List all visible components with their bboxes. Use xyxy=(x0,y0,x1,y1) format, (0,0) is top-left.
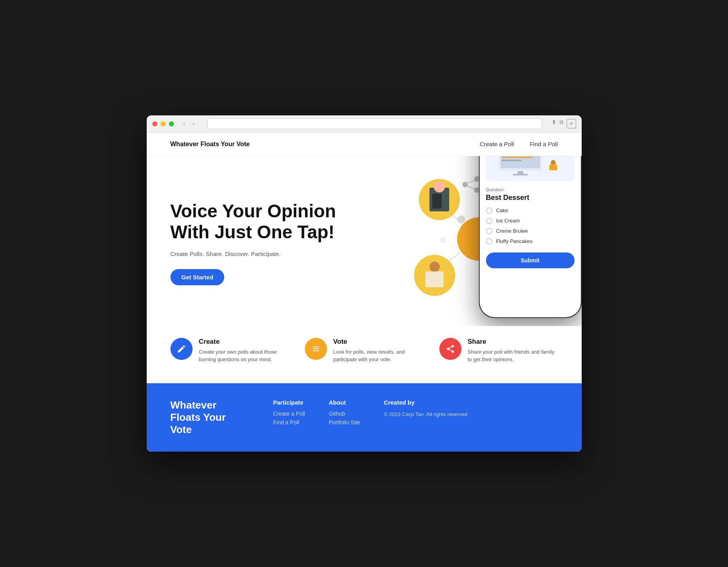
phone-body: Question: Best Dessert Cake Ice Cream xyxy=(480,156,581,317)
svg-point-15 xyxy=(434,181,445,192)
svg-point-28 xyxy=(462,182,468,187)
footer-github-link[interactable]: Github xyxy=(329,411,360,417)
svg-rect-16 xyxy=(432,194,442,209)
forward-button[interactable]: › xyxy=(190,120,198,128)
feature-share-desc: Share your poll with friends and family … xyxy=(468,348,558,364)
footer-brand: Whatever Floats Your Vote xyxy=(170,399,250,436)
share-icon[interactable]: ⬆ xyxy=(552,119,556,128)
phone-frame: Whatever FloatsYour Vote xyxy=(479,156,582,318)
poll-option-text-fluffy-pancakes: Fluffy Pancakes xyxy=(496,238,533,244)
phone-poll-title: Best Dessert xyxy=(486,194,575,202)
poll-radio-ice-cream[interactable] xyxy=(486,218,492,224)
feature-share-text: Share Share your poll with friends and f… xyxy=(468,338,558,364)
feature-vote-desc: Look for polls, view results, and partic… xyxy=(333,348,424,364)
footer-participate-column: Participate Create a Poll Find a Poll xyxy=(273,399,305,436)
footer-created-by-column: Created by © 2023 Caryl Tan. All rights … xyxy=(384,399,467,436)
svg-line-31 xyxy=(467,181,475,183)
svg-line-32 xyxy=(467,186,475,189)
site-navbar: Whatever Floats Your Vote Create a Poll … xyxy=(147,133,582,156)
feature-vote-text: Vote Look for polls, view results, and p… xyxy=(333,338,424,364)
feature-share: Share Share your poll with friends and f… xyxy=(439,338,558,364)
footer-create-poll-link[interactable]: Create a Poll xyxy=(273,411,305,417)
new-tab-button[interactable]: + xyxy=(567,119,576,128)
footer-created-by-heading: Created by xyxy=(384,399,467,406)
poll-radio-cake[interactable] xyxy=(486,207,492,214)
svg-point-45 xyxy=(551,160,556,165)
minimize-button[interactable] xyxy=(161,121,166,126)
poll-option-text-creme-brulee: Creme Brulee xyxy=(496,228,528,234)
feature-vote-title: Vote xyxy=(333,338,424,346)
feature-create-title: Create xyxy=(199,338,289,346)
footer-about-heading: About xyxy=(329,399,360,406)
nav-create-poll[interactable]: Create a Poll xyxy=(480,141,514,147)
site-footer: Whatever Floats Your Vote Participate Cr… xyxy=(147,383,582,452)
feature-create-desc: Create your own polls about those burnin… xyxy=(199,348,289,364)
poll-option-text-ice-cream: Ice Cream xyxy=(496,218,520,224)
phone-poll-question-label: Question: xyxy=(486,187,575,192)
svg-rect-24 xyxy=(425,271,444,287)
feature-create: Create Create your own polls about those… xyxy=(170,338,289,364)
titlebar: ‹ › ⬆ ⧉ + xyxy=(147,115,582,133)
hero-subtitle: Create Polls. Share. Discover. Participa… xyxy=(170,251,364,257)
poll-option-fluffy-pancakes[interactable]: Fluffy Pancakes xyxy=(486,238,575,245)
nav-find-poll[interactable]: Find a Poll xyxy=(530,141,558,147)
maximize-button[interactable] xyxy=(169,121,174,126)
phone-illustration-svg xyxy=(491,156,570,179)
features-section: Create Create your own polls about those… xyxy=(147,326,582,383)
poll-option-creme-brulee[interactable]: Creme Brulee xyxy=(486,228,575,234)
site-nav-links: Create a Poll Find a Poll xyxy=(480,141,558,147)
svg-text:⚙: ⚙ xyxy=(439,236,446,245)
hero-left: Voice Your Opinion With Just One Tap! Cr… xyxy=(170,201,364,285)
footer-portfolio-link[interactable]: Portfolio Site xyxy=(329,419,360,426)
svg-rect-37 xyxy=(502,156,533,158)
tabs-icon[interactable]: ⧉ xyxy=(560,119,563,128)
poll-option-cake[interactable]: Cake xyxy=(486,207,575,214)
poll-option-text-cake: Cake xyxy=(496,207,508,213)
svg-rect-46 xyxy=(549,165,557,170)
poll-option-ice-cream[interactable]: Ice Cream xyxy=(486,218,575,224)
phone-overlay: Whatever FloatsYour Vote xyxy=(479,156,582,318)
create-icon xyxy=(170,338,193,360)
phone-illustration-box xyxy=(486,156,575,181)
hero-title: Voice Your Opinion With Just One Tap! xyxy=(170,201,364,243)
svg-point-23 xyxy=(429,262,440,272)
close-button[interactable] xyxy=(152,121,157,126)
svg-point-7 xyxy=(457,215,465,223)
back-button[interactable]: ‹ xyxy=(180,120,188,128)
url-bar[interactable] xyxy=(207,118,542,129)
feature-create-text: Create Create your own polls about those… xyxy=(199,338,289,364)
footer-find-poll-link[interactable]: Find a Poll xyxy=(273,419,305,426)
mac-window: ‹ › ⬆ ⧉ + Whatever Floats Your Vote Crea… xyxy=(147,115,582,452)
hero-right: ⚙ ⚙ ⚙ xyxy=(364,180,558,306)
nav-arrows: ‹ › xyxy=(180,120,198,128)
phone-screen: Whatever FloatsYour Vote xyxy=(480,156,581,317)
svg-rect-38 xyxy=(502,160,522,161)
website-content: Whatever Floats Your Vote Create a Poll … xyxy=(147,133,582,452)
get-started-button[interactable]: Get Started xyxy=(170,269,225,285)
footer-brand-name: Whatever Floats Your Vote xyxy=(170,399,250,436)
hero-section: Voice Your Opinion With Just One Tap! Cr… xyxy=(147,156,582,326)
footer-participate-heading: Participate xyxy=(273,399,305,406)
share-icon xyxy=(439,338,461,360)
titlebar-actions: ⬆ ⧉ + xyxy=(552,119,576,128)
svg-rect-39 xyxy=(518,171,523,174)
site-logo: Whatever Floats Your Vote xyxy=(170,141,250,148)
poll-radio-creme-brulee[interactable] xyxy=(486,228,492,234)
footer-copyright: © 2023 Caryl Tan. All rights reserved xyxy=(384,411,467,418)
feature-vote: Vote Look for polls, view results, and p… xyxy=(305,338,424,364)
phone-submit-button[interactable]: Submit xyxy=(486,252,575,268)
footer-about-column: About Github Portfolio Site xyxy=(329,399,360,436)
vote-icon xyxy=(305,338,327,360)
feature-share-title: Share xyxy=(468,338,558,346)
poll-radio-fluffy-pancakes[interactable] xyxy=(486,238,492,245)
svg-rect-40 xyxy=(513,174,528,175)
